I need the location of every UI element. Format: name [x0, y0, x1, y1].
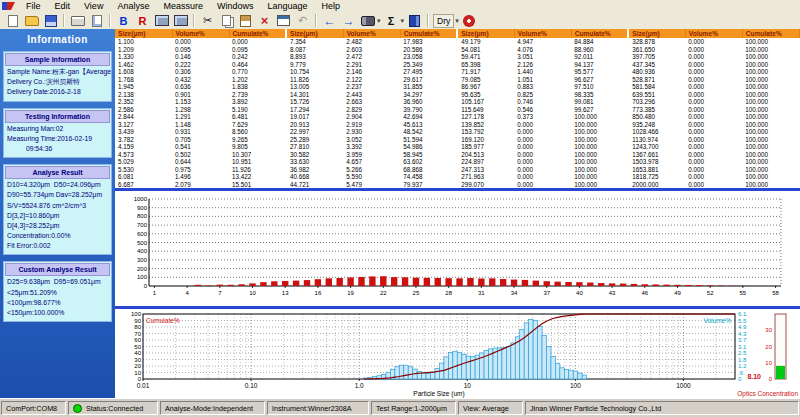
menu-item-language[interactable]: Language — [260, 1, 314, 11]
svg-text:500: 500 — [137, 240, 148, 246]
toolbar-separator — [63, 14, 65, 27]
application-window: FileEditViewAnalyseMeassureWindowsLangua… — [0, 0, 800, 417]
svg-text:10: 10 — [249, 290, 256, 296]
svg-text:1.0: 1.0 — [355, 382, 364, 389]
svg-text:46: 46 — [641, 290, 648, 296]
table-row: 1.4620.2220.4649.7792.29125.34965.3982.1… — [115, 61, 800, 69]
svg-text:60: 60 — [134, 337, 141, 343]
svg-text:1: 1 — [153, 290, 157, 296]
svg-text:7: 7 — [218, 290, 222, 296]
bold-icon[interactable]: B — [115, 14, 132, 28]
menu-item-edit[interactable]: Edit — [48, 1, 78, 11]
status-text: Test Range:1-2000μm — [376, 404, 447, 413]
svg-text:8.10: 8.10 — [747, 373, 761, 380]
table-row: 1.2090.0950.0958.0872.60320.58654.0814.0… — [115, 46, 800, 54]
panel-custom-analyse-result: Custom Analyse ResultD25=9.638μm D95=69.… — [3, 261, 112, 322]
menu-item-analyse[interactable]: Analyse — [110, 1, 156, 11]
toolbar-separator — [109, 14, 111, 27]
table-row: 1.6080.3060.77010.7542.14627.49571.9171.… — [115, 68, 800, 76]
svg-text:Cumulate%: Cumulate% — [146, 317, 180, 324]
distribution-svg: 01020304050607080901000.010.101.01010010… — [115, 309, 800, 399]
new-icon[interactable] — [4, 14, 21, 28]
column-header: Volume% — [172, 29, 229, 38]
info-line: D[3,2]=10.860μm — [4, 211, 111, 221]
panel-analyse-result: Analyse ResultD10=4.320μm D50=24.096μmD9… — [3, 164, 112, 255]
svg-text:16: 16 — [315, 290, 322, 296]
dry-button[interactable]: Dry — [433, 14, 454, 28]
copy-icon[interactable] — [218, 14, 235, 28]
display-icon[interactable] — [172, 14, 189, 28]
info-line: D[4,3]=28.252μm — [4, 221, 111, 231]
status-connection-status: Status:Connected — [68, 401, 158, 415]
svg-text:34: 34 — [511, 290, 518, 296]
open-icon[interactable] — [23, 14, 40, 28]
exit-icon[interactable] — [406, 14, 423, 28]
column-header: Volume% — [343, 29, 400, 38]
back-icon[interactable]: ← — [321, 14, 338, 28]
svg-text:0: 0 — [769, 376, 773, 382]
table-row: 1.3300.1460.2428.8932.47223.05859.4713.0… — [115, 53, 800, 61]
info-line: Measuring Time:2016-02-19 — [4, 134, 111, 144]
svg-text:200: 200 — [137, 266, 148, 272]
content-area: Size(μm)Volume%Cumulate%Size(μm)Volume%C… — [115, 29, 800, 399]
sum-icon[interactable]: Σ — [383, 14, 400, 28]
print-icon[interactable] — [69, 14, 86, 28]
svg-text:80: 80 — [134, 324, 141, 330]
svg-text:13: 13 — [282, 290, 289, 296]
report-icon[interactable]: R — [134, 14, 151, 28]
print-preview-icon[interactable] — [88, 14, 105, 28]
data-table: Size(μm)Volume%Cumulate%Size(μm)Volume%C… — [115, 29, 800, 188]
svg-text:90: 90 — [134, 318, 141, 324]
table-row: 2.5861.2985.19017.2942.82939.790115.6490… — [115, 106, 800, 114]
save-icon[interactable] — [42, 14, 59, 28]
svg-text:4.3: 4.3 — [738, 331, 747, 337]
svg-text:22: 22 — [380, 290, 387, 296]
distribution-chart: 01020304050607080901000.010.101.01010010… — [115, 309, 800, 399]
svg-text:37: 37 — [543, 290, 550, 296]
panel-header: Custom Analyse Result — [5, 263, 110, 276]
paste-icon[interactable] — [237, 14, 254, 28]
svg-text:700: 700 — [137, 222, 148, 228]
svg-text:28: 28 — [445, 290, 452, 296]
delete-icon[interactable]: × — [256, 14, 273, 28]
menu-item-file[interactable]: File — [19, 1, 48, 11]
table-row: 1.1000.0000.0007.3542.48217.98349.1794.9… — [115, 38, 800, 46]
column-header: Size(μm) — [628, 29, 685, 38]
table-row: 5.0290.64410.95133.6304.65763.602224.897… — [115, 158, 800, 166]
panel-header: Analyse Result — [5, 166, 110, 179]
snapshot-icon[interactable] — [359, 14, 376, 28]
svg-text:100: 100 — [570, 382, 581, 389]
info-line: 09:54:36 — [4, 144, 111, 154]
test-window-icon[interactable] — [153, 14, 170, 28]
undo-icon[interactable]: ↶ — [294, 14, 311, 28]
info-line: Delivery Co.:滨州贝斯特 — [4, 77, 111, 87]
analyzer-icon[interactable] — [461, 14, 478, 28]
dropdown-arrow-icon[interactable]: ▾ — [401, 17, 405, 25]
svg-text:50: 50 — [134, 344, 141, 350]
table-row: 1.9450.6361.83813.0052.23731.85586.9670.… — [115, 83, 800, 91]
svg-text:100: 100 — [137, 274, 148, 280]
svg-text:600: 600 — [137, 231, 148, 237]
cut-icon[interactable]: ✂ — [199, 14, 216, 28]
svg-text:10: 10 — [134, 370, 141, 376]
dropdown-arrow-icon[interactable]: ▾ — [377, 17, 381, 25]
svg-text:1000: 1000 — [134, 196, 148, 202]
info-line: D10=4.320μm D50=24.096μm — [4, 180, 111, 190]
properties-icon[interactable] — [275, 14, 292, 28]
info-line: Measuring Man:02 — [4, 124, 111, 134]
menu-item-help[interactable]: Help — [315, 1, 348, 11]
info-line: D90=55.734μm Dav=28.252μm — [4, 190, 111, 200]
panel-header: Sample Information — [5, 53, 110, 66]
svg-text:3.7: 3.7 — [738, 337, 747, 343]
dropdown-arrow-icon[interactable]: ▾ — [455, 17, 459, 25]
forward-icon[interactable]: → — [340, 14, 357, 28]
table-row: 6.0811.49613.42240.6685.59074.458271.963… — [115, 173, 800, 181]
menu-item-view[interactable]: View — [77, 1, 110, 11]
menu-item-meassure[interactable]: Meassure — [156, 1, 210, 11]
column-header: Size(μm) — [286, 29, 343, 38]
menu-item-windows[interactable]: Windows — [210, 1, 261, 11]
info-line: <150μm:100.000% — [4, 308, 111, 318]
status-text: Instrument:Winner2308A — [272, 404, 352, 413]
panel-header: Testing Information — [5, 110, 110, 123]
table-row: 5.5300.97511.92636.9825.26668.868247.313… — [115, 166, 800, 174]
